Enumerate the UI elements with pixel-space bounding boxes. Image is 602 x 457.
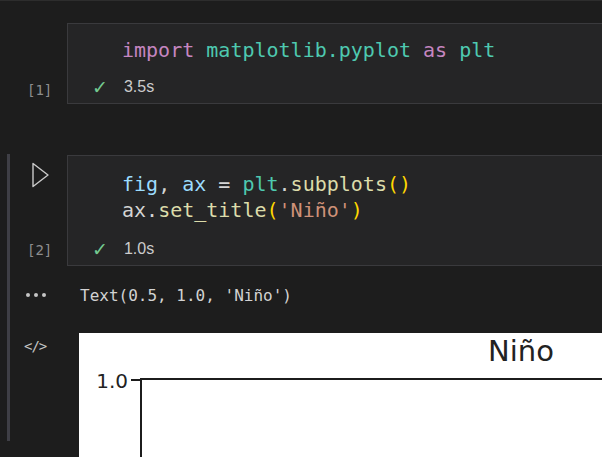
matplotlib-figure-output: Niño 1.0 <box>79 333 602 457</box>
code-token: fig <box>122 172 158 196</box>
execution-count-1: [1] <box>27 82 52 98</box>
code-token: matplotlib.pyplot <box>206 38 411 62</box>
code-token: 'Niño' <box>279 198 351 222</box>
run-cell-button[interactable] <box>29 160 53 190</box>
code-token: = <box>206 172 242 196</box>
code-token: () <box>387 172 411 196</box>
change-presentation-icon[interactable]: </> <box>24 338 46 354</box>
code-token: ) <box>351 198 363 222</box>
code-token: ax <box>182 172 206 196</box>
check-icon: ✓ <box>92 238 108 260</box>
axes-left-spine <box>140 378 142 457</box>
code-token: as <box>423 38 447 62</box>
code-token: subplots <box>291 172 387 196</box>
code-token: plt <box>242 172 278 196</box>
code-token: , <box>158 172 182 196</box>
axes-top-spine <box>140 378 602 380</box>
code-cell-1[interactable]: import matplotlib.pyplot as plt ✓ 3.5s <box>67 23 602 104</box>
code-token: import <box>122 38 194 62</box>
y-axis-tick-label: 1.0 <box>94 371 128 391</box>
cell-2-status-bar: ✓ 1.0s <box>92 238 154 260</box>
output-menu-ellipsis-icon[interactable] <box>26 293 46 297</box>
code-token: plt <box>459 38 495 62</box>
code-token <box>194 38 206 62</box>
code-token <box>447 38 459 62</box>
notebook-editor: [1] import matplotlib.pyplot as plt ✓ 3.… <box>0 0 602 457</box>
play-icon <box>29 160 53 190</box>
dot <box>26 293 30 297</box>
code-cell-2[interactable]: fig, ax = plt.subplots()ax.set_title('Ni… <box>67 155 602 266</box>
dot <box>42 293 46 297</box>
code-token <box>411 38 423 62</box>
cell-2-editor[interactable]: fig, ax = plt.subplots()ax.set_title('Ni… <box>68 156 602 223</box>
execution-result-text: Text(0.5, 1.0, 'Niño') <box>80 286 292 306</box>
figure-title: Niño <box>488 337 554 366</box>
top-divider <box>0 0 602 1</box>
code-token: . <box>279 172 291 196</box>
cell-1-status-bar: ✓ 3.5s <box>92 76 154 98</box>
execution-duration: 1.0s <box>124 240 154 258</box>
cell-1-editor[interactable]: import matplotlib.pyplot as plt <box>68 24 602 63</box>
y-tick-mark <box>131 379 140 381</box>
cell-focus-indicator <box>7 154 10 441</box>
code-token: set_title <box>158 198 266 222</box>
execution-duration: 3.5s <box>124 78 154 96</box>
dot <box>34 293 38 297</box>
code-token: ax. <box>122 198 158 222</box>
code-token: ( <box>267 198 279 222</box>
check-icon: ✓ <box>92 76 108 98</box>
execution-count-2: [2] <box>27 242 52 258</box>
